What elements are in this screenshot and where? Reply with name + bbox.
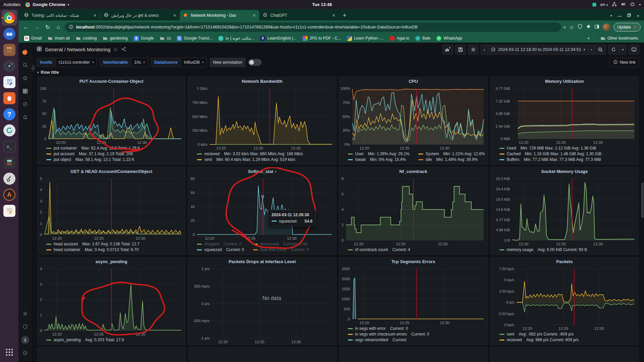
panel-plot[interactable]: 0%25%50%75%100%12:2012:2512:30 xyxy=(339,86,488,151)
sidebar-avatar-icon[interactable] xyxy=(18,333,32,346)
panel-plot[interactable]: 0246812:2012:2512:30 xyxy=(339,176,488,247)
bookmark-redball[interactable]: Agar.io xyxy=(387,35,412,42)
sidebar-help-icon[interactable]: ? xyxy=(18,346,32,359)
volume-icon[interactable] xyxy=(621,2,626,8)
dock-item-file-box[interactable] xyxy=(2,42,17,58)
panel-plot[interactable]: 02040608012:2012:2512:302024-03-11 12:26… xyxy=(188,176,336,241)
dock-item-writer[interactable] xyxy=(2,74,17,90)
dock-item-terminal[interactable]: >_ xyxy=(2,139,17,154)
legend-item[interactable]: nf conntrack countCurrent: 4 xyxy=(348,247,410,253)
tab-3[interactable]: Network Monitoring - Das× xyxy=(180,10,259,20)
new-link-button[interactable]: New link xyxy=(609,58,639,67)
legend-item[interactable]: sentAvg: -562 p/s Current: -609 p/s xyxy=(499,331,579,337)
legend-item[interactable]: idleMin: 1.48% Avg: 39.9% xyxy=(418,157,485,163)
panel-plot[interactable]: 0123412:2012:2512:30 xyxy=(38,266,185,337)
panel-title[interactable]: Nf_conntrack xyxy=(339,167,488,176)
panel-plot[interactable]: 0500100015002000250012:2012:2512:30 xyxy=(339,266,488,325)
share-icon[interactable]: < xyxy=(563,24,566,30)
panel-title[interactable]: Tcp Segments Errors xyxy=(339,257,488,266)
bookmark-folder[interactable]: imam ali xyxy=(45,35,72,42)
legend-item[interactable]: squeezedCurrent: 0 xyxy=(197,247,244,253)
panel-title[interactable]: Network Bandwidth xyxy=(188,77,336,86)
time-forward-button[interactable]: › xyxy=(588,45,595,54)
back-button[interactable]: ← xyxy=(22,24,31,31)
time-range-picker[interactable]: 2024-03-11 12:18:30 to 2024-03-11 12:34:… xyxy=(488,45,588,54)
time-back-button[interactable]: ‹ xyxy=(481,45,488,54)
legend-item[interactable]: UsedMin: 729 MiB Max: 2.12 GiB Avg: 1.36… xyxy=(499,145,602,151)
legend-item[interactable]: async_pendingAvg: 0.203 Total: 17.9 xyxy=(46,337,124,343)
legend-item[interactable]: BuffersMin: 77.2 MiB Max: 77.3 MiB Avg: … xyxy=(499,157,602,163)
sidebar-grafana-logo[interactable] xyxy=(18,45,32,58)
language-selector[interactable]: en ▾ xyxy=(600,2,608,7)
bookmark-gmail[interactable]: MGmail xyxy=(22,35,44,42)
home-button[interactable]: ⌂ xyxy=(54,24,63,31)
bookmark-folder[interactable]: cs xyxy=(157,35,173,42)
legend-item[interactable]: put accountMax: 37.1 Avg: 2.19 Total: 20… xyxy=(46,151,140,157)
legend-item[interactable]: droppedCurrent: 0 xyxy=(197,241,244,247)
variable-value-dropdown[interactable]: InfluxDB▾ xyxy=(181,58,207,67)
bookmark-folder[interactable]: cooking xyxy=(73,35,99,42)
panel-title[interactable]: GET & HEAD Account/Container/Object xyxy=(38,167,185,176)
dock-item-notes[interactable] xyxy=(2,203,17,219)
network-icon[interactable] xyxy=(612,2,617,8)
panel-title[interactable]: Softnet_stat▾ xyxy=(188,167,336,176)
legend-item[interactable]: head accountMax: 1.67 Avg: 0.136 Total: … xyxy=(46,241,140,247)
panel-title[interactable]: async_pending xyxy=(38,257,185,266)
new-tab-button[interactable]: + xyxy=(339,12,351,20)
legend-item[interactable]: recievedAvg: 966 p/s Current: 609 p/s xyxy=(499,337,579,343)
activities-button[interactable]: Activities xyxy=(3,2,20,7)
sidebar-bell-icon[interactable] xyxy=(18,111,32,124)
dock-item-chrome[interactable] xyxy=(2,10,17,25)
tab-close-icon[interactable]: × xyxy=(172,13,177,18)
refresh-interval-caret[interactable]: ▾ xyxy=(619,45,626,54)
dock-item-software-store[interactable] xyxy=(2,90,17,106)
sidebar-search-icon[interactable] xyxy=(18,58,32,71)
gear-button[interactable] xyxy=(468,45,479,55)
dock-item-thunderbird[interactable] xyxy=(2,26,17,42)
sidebar-star-icon[interactable] xyxy=(18,71,32,84)
clock[interactable]: Tue 13:48 xyxy=(312,2,332,7)
adblock-shield-icon[interactable] xyxy=(577,24,583,31)
legend-item[interactable]: sentMin: 60.4 kb/s Max: 1.29 Mb/s Avg: 5… xyxy=(197,157,303,163)
bookmark-rainbow[interactable]: JPG to PDF - C... xyxy=(300,35,343,42)
tab-close-icon[interactable]: × xyxy=(93,13,97,18)
legend-item[interactable]: UserMin: 1.39% Avg: 29.1% xyxy=(348,151,410,157)
panel-title[interactable]: Socket Memory Usage xyxy=(491,167,638,176)
annotation-toggle[interactable] xyxy=(248,59,262,66)
show-apps-button[interactable] xyxy=(2,345,17,360)
bookmark-teal[interactable]: مكتب خونه | جا... xyxy=(216,35,257,42)
menu-kebab-icon[interactable]: ⋮ xyxy=(633,25,637,30)
focused-app-menu[interactable]: Google Chrome▾ xyxy=(25,2,69,7)
dock-item-camera[interactable] xyxy=(2,58,17,74)
legend-item[interactable]: head containerMax: 3 Avg: 0.0713 Total: … xyxy=(46,247,140,253)
legend-item[interactable]: CachedMin: 1.16 GiB Max: 1.46 GiB Avg: 1… xyxy=(499,151,602,157)
legend-item[interactable]: put objectMax: 58.1 Avg: 13.1 Total: 1.2… xyxy=(46,157,140,163)
bookmark-whatsapp[interactable]: ✆WhatsApp xyxy=(434,35,464,42)
url-bar[interactable]: localhost:3002/d/asdkjklgfdjas/network-m… xyxy=(65,22,561,32)
panel-plot[interactable]: -1 p/s-500 mp/s0 p/s500 mp/s1 p/s12:2012… xyxy=(188,266,336,345)
side-panel-icon[interactable] xyxy=(594,24,599,31)
reload-button[interactable]: ↻ xyxy=(43,24,52,31)
power-icon[interactable] xyxy=(630,2,635,8)
bookmark-gtranslate[interactable]: GGoogle Transl... xyxy=(174,35,215,42)
save-button[interactable] xyxy=(455,45,466,55)
bookmark-bale[interactable]: ✓Bale xyxy=(413,35,433,42)
legend-item[interactable]: put containerMax: 62.4 Avg: 13.8 Total: … xyxy=(46,145,140,151)
bookmark-g8[interactable]: 8Google xyxy=(131,35,156,42)
forward-button[interactable]: → xyxy=(33,24,41,31)
legend-item[interactable]: processedCurrent: 5744 xyxy=(253,241,309,247)
scrollbar-thumb[interactable] xyxy=(641,183,644,218)
window-controls[interactable]: ▾—× xyxy=(606,13,644,20)
dock-item-tweaks[interactable] xyxy=(2,171,17,186)
kiosk-mode-button[interactable] xyxy=(629,45,639,55)
site-info-icon[interactable] xyxy=(69,24,73,30)
share-dashboard-icon[interactable] xyxy=(121,47,126,53)
tab-2[interactable]: در حال ويرايش get & usecs× xyxy=(100,10,180,20)
panel-title[interactable]: Packets xyxy=(491,257,638,266)
legend-item[interactable]: flow limit countCurrent: 0 xyxy=(253,247,309,253)
legend-item[interactable]: segs retransmittedCurrent: xyxy=(348,337,429,343)
legend-item[interactable]: memory usageAvg: 6.00 KiB Current: 93 B xyxy=(499,247,587,253)
variable-value-dropdown[interactable]: r1z1s1-controller▾ xyxy=(56,58,97,67)
profile-avatar[interactable] xyxy=(603,23,610,31)
sidebar-compass-icon[interactable] xyxy=(18,98,32,111)
